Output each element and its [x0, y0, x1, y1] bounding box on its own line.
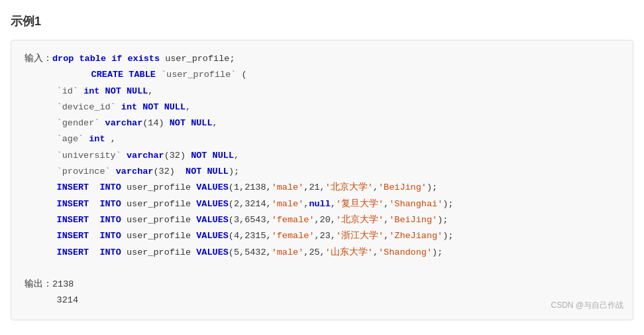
- page-container: 示例1 输入：drop table if exists user_profile…: [0, 0, 644, 335]
- output-row-2: 3214: [25, 293, 619, 308]
- output-value-1: 2138: [52, 279, 74, 289]
- example-title: 示例1: [11, 13, 633, 29]
- code-line-8: `province` varchar(32) NOT NULL);: [25, 164, 619, 180]
- code-line-7: `university` varchar(32) NOT NULL,: [25, 148, 619, 164]
- output-row-1: 输出：2138: [25, 277, 619, 293]
- input-label: 输入：: [25, 54, 52, 64]
- code-block: 输入：drop table if exists user_profile; CR…: [11, 40, 633, 320]
- code-line-3: `id` int NOT NULL,: [25, 84, 619, 100]
- output-value-2: 3214: [57, 295, 78, 305]
- watermark: CSDN @与自己作战: [551, 299, 623, 313]
- code-line-4: `device_id` int NOT NULL,: [25, 100, 619, 115]
- output-label: 输出：: [25, 279, 52, 289]
- code-line-9: INSERT INTO user_profile VALUES(1,2138,'…: [25, 180, 619, 196]
- code-line-11: INSERT INTO user_profile VALUES(3,6543,'…: [25, 212, 619, 228]
- code-line-12: INSERT INTO user_profile VALUES(4,2315,'…: [25, 228, 619, 244]
- code-line-10: INSERT INTO user_profile VALUES(2,3214,'…: [25, 196, 619, 212]
- code-line-13: INSERT INTO user_profile VALUES(5,5432,'…: [25, 245, 619, 261]
- code-line-5: `gender` varchar(14) NOT NULL,: [25, 115, 619, 131]
- code-line-1: 输入：drop table if exists user_profile;: [25, 51, 619, 67]
- code-line-6: `age` int ,: [25, 131, 619, 147]
- code-line-2: CREATE TABLE `user_profile` (: [25, 67, 619, 83]
